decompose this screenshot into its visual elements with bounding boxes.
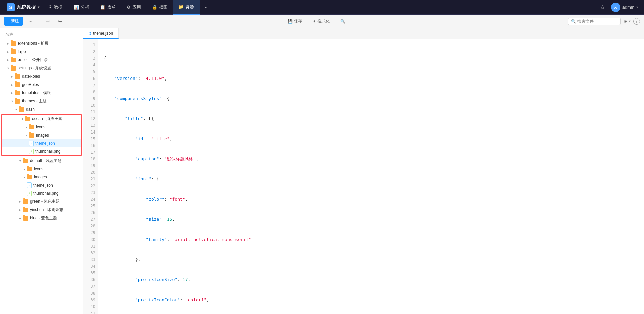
tree-item-dash[interactable]: dash [0, 105, 83, 113]
arrow-dash [13, 107, 19, 112]
code-line-13: "prefixIconColor": "color1", [104, 297, 639, 303]
arrow-themes [9, 99, 15, 104]
nav-item-app[interactable]: ⚙ 应用 [121, 0, 146, 15]
ln-34: 34 [83, 263, 98, 270]
code-line-11: }, [104, 256, 639, 263]
png-file-icon2: 🖼 [27, 191, 32, 196]
tree-item-thumbnail-png[interactable]: 🖼 thumbnail.png [2, 147, 81, 155]
save-label: 保存 [294, 18, 302, 24]
ln-10: 10 [83, 102, 98, 109]
ln-33: 33 [83, 256, 98, 263]
layout-switch[interactable]: ⊞ ▾ [624, 19, 631, 24]
tree-item-templates[interactable]: templates - 模板 [0, 89, 83, 97]
ln-14: 14 [83, 129, 98, 136]
tree-item-green[interactable]: green - 绿色主题 [0, 197, 83, 206]
new-button-label: + 新建 [8, 18, 19, 24]
arrow-public [5, 57, 11, 63]
tree-item-blue[interactable]: blue - 蓝色主题 [0, 214, 83, 222]
tree-item-icons[interactable]: icons [2, 123, 81, 131]
arrow-yinshua [17, 207, 23, 213]
tree-item-geoRoles[interactable]: geoRoles [0, 81, 83, 89]
arrow-dateRoles [9, 74, 15, 79]
tree-item-public[interactable]: public - 公开目录 [0, 56, 83, 64]
save-action[interactable]: 💾 保存 [285, 17, 305, 25]
ln-40: 40 [83, 303, 98, 310]
ln-2: 2 [83, 48, 98, 55]
resource-icon: 📁 [178, 4, 184, 9]
top-navigation: S 系统数据 ▾ 🗄 数据 📊 分析 📋 表单 ⚙ 应用 🔒 权限 📁 资源 [0, 0, 644, 15]
folder-icon-images [29, 133, 34, 138]
nav-item-more[interactable]: ··· [200, 0, 214, 15]
search-action[interactable]: 🔍 [338, 18, 348, 25]
more-button[interactable]: ··· [26, 17, 35, 26]
ln-32: 32 [83, 250, 98, 256]
folder-icon-public [11, 58, 16, 62]
tree-item-themes[interactable]: themes - 主题 [0, 97, 83, 105]
nav-item-resource[interactable]: 📁 资源 [173, 0, 200, 15]
editor-tab-theme-json[interactable]: {} theme.json [83, 28, 119, 39]
ln-20: 20 [83, 169, 98, 176]
sidebar-header: 名称 [0, 28, 83, 39]
code-line-8: "color": "font", [104, 196, 639, 203]
tree-item-icons2[interactable]: icons [0, 165, 83, 173]
nav-item-table[interactable]: 📋 表单 [95, 0, 121, 15]
tree-item-images[interactable]: images [2, 131, 81, 139]
nav-item-analysis[interactable]: 📊 分析 [68, 0, 95, 15]
code-line-2: "version": "4.11.0", [104, 75, 639, 82]
ln-6: 6 [83, 75, 98, 82]
app-icon: ⚙ [127, 5, 131, 10]
editor-content[interactable]: 1 2 3 4 5 6 7 8 9 10 11 12 13 14 15 16 1… [83, 39, 644, 314]
ln-4: 4 [83, 62, 98, 68]
folder-icon-yinshua [23, 208, 28, 212]
tree-item-fapp[interactable]: fapp [0, 48, 83, 56]
undo-icon: ↩ [46, 19, 50, 24]
ln-27: 27 [83, 216, 98, 223]
file-search[interactable]: 🔍 [568, 18, 621, 25]
analysis-icon: 📊 [74, 5, 79, 10]
folder-icon-settings [11, 66, 16, 71]
format-icon: ✦ [313, 19, 316, 24]
search-input[interactable] [577, 19, 618, 24]
tree-item-settings[interactable]: settings - 系统设置 [0, 64, 83, 72]
ln-30: 30 [83, 236, 98, 243]
tree-item-extensions[interactable]: extensions - 扩展 [0, 39, 83, 48]
new-button[interactable]: + 新建 [4, 17, 23, 26]
favorite-icon[interactable]: ☆ [600, 4, 605, 11]
ln-9: 9 [83, 95, 98, 102]
app-chevron: ▾ [38, 5, 39, 9]
arrow-icons2 [22, 166, 27, 172]
nav-item-data[interactable]: 🗄 数据 [43, 0, 68, 15]
ln-17: 17 [83, 149, 98, 156]
code-line-12: "prefixIconSize": 17, [104, 276, 639, 283]
nav-item-permission[interactable]: 🔒 权限 [146, 0, 173, 15]
ln-12: 12 [83, 115, 98, 122]
app-logo[interactable]: S 系统数据 ▾ [3, 3, 43, 11]
tree-item-images2[interactable]: images [0, 173, 83, 181]
tree-item-dateRoles[interactable]: dateRoles [0, 72, 83, 81]
code-line-4: "title": [{ [104, 115, 639, 122]
tree-item-ocean[interactable]: ocean - 海洋王国 [2, 115, 81, 123]
redo-button[interactable]: ↪ [55, 17, 65, 26]
layout-icon: ⊞ [624, 19, 628, 24]
ln-23: 23 [83, 189, 98, 196]
arrow-images [24, 133, 29, 138]
tree-item-yinshua[interactable]: yinshua - 印刷杂志 [0, 206, 83, 214]
data-icon: 🗄 [48, 5, 52, 10]
format-action[interactable]: ✦ 格式化 [310, 17, 332, 25]
tree-item-thumbnail-png2[interactable]: 🖼 thumbnail.png [0, 189, 83, 197]
toolbar-separator-1 [39, 18, 39, 25]
undo-button[interactable]: ↩ [43, 17, 53, 26]
tree-item-theme-json[interactable]: {} theme.json [2, 139, 81, 147]
info-button[interactable]: i [633, 18, 640, 25]
folder-icon-images2 [27, 175, 32, 179]
user-menu[interactable]: A admin ▾ [608, 3, 641, 12]
arrow-blue [17, 216, 23, 221]
folder-icon-green [23, 199, 28, 204]
tree-item-default[interactable]: default - 浅蓝主题 [0, 157, 83, 165]
nav-menu: 🗄 数据 📊 分析 📋 表单 ⚙ 应用 🔒 权限 📁 资源 ··· [43, 0, 600, 15]
tree-item-theme-json2[interactable]: {} theme.json [0, 181, 83, 189]
json-file-icon: {} [29, 141, 34, 146]
ln-24: 24 [83, 196, 98, 203]
ln-18: 18 [83, 156, 98, 162]
main-area: 名称 extensions - 扩展 fapp public - 公开目录 se… [0, 28, 644, 314]
